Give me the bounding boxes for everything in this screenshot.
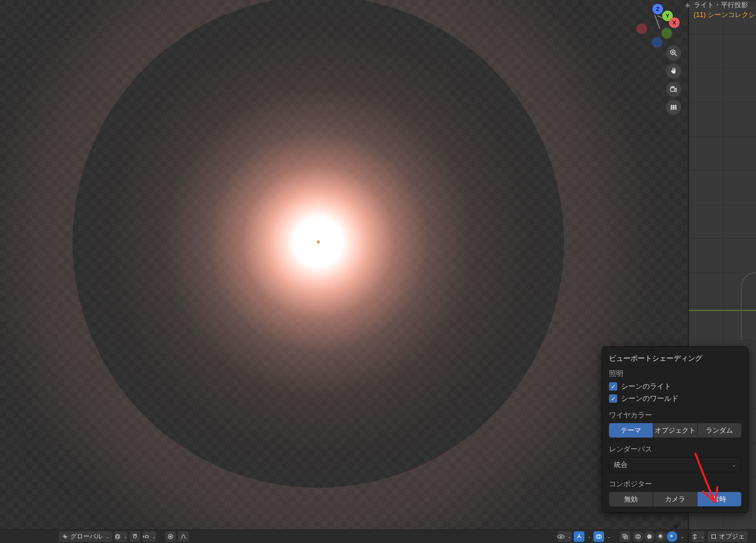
viewport-footer: グローバル ⌄ ⌄ ⌄ ⌄ ⌄ ⌄ — [0, 529, 688, 543]
gizmo-axis-z[interactable]: Z — [652, 4, 663, 14]
svg-rect-4 — [671, 88, 675, 91]
svg-point-10 — [170, 536, 171, 537]
object-silhouette — [741, 272, 756, 340]
material-preview-icon — [658, 534, 664, 540]
orientation-icon — [62, 534, 68, 540]
viewport-3d[interactable] — [0, 0, 688, 529]
pivot-icon — [115, 534, 121, 540]
chevron-down-icon: ⌄ — [568, 534, 572, 539]
camera-icon[interactable] — [666, 82, 681, 97]
svg-rect-21 — [712, 535, 716, 538]
shading-rendered-button[interactable] — [667, 531, 677, 542]
snap-dropdown[interactable]: ⌄ — [143, 531, 156, 542]
svg-point-20 — [670, 534, 674, 539]
svg-point-11 — [560, 536, 562, 537]
sun-glow — [73, 0, 564, 488]
proportional-falloff-dropdown[interactable] — [178, 531, 189, 542]
svg-point-5 — [671, 87, 673, 88]
shading-solid-button[interactable] — [644, 531, 655, 542]
proportional-icon — [167, 534, 174, 540]
grid-icon[interactable] — [666, 100, 681, 115]
chevron-down-icon[interactable]: ⌄ — [680, 534, 684, 539]
mode-dropdown[interactable]: オブジェ — [708, 531, 748, 542]
viewport-nav-buttons — [666, 45, 683, 118]
gizmo-axis-neg-x[interactable] — [637, 23, 647, 34]
svg-point-18 — [647, 534, 652, 539]
magnet-icon — [132, 534, 138, 540]
lighting-section-label: 照明 — [609, 369, 741, 379]
secondary-viewport-footer: ⌄ オブジェ — [688, 529, 756, 543]
svg-point-7 — [116, 535, 119, 538]
compositor-label: コンポジター — [609, 479, 741, 489]
compositor-disabled-button[interactable]: 無効 — [609, 492, 653, 506]
chevron-down-icon[interactable]: ⌄ — [607, 534, 611, 539]
xray-icon — [622, 534, 628, 540]
svg-point-19 — [658, 534, 663, 539]
checkbox-checked-icon: ✓ — [609, 382, 617, 391]
wireframe-icon — [635, 534, 641, 540]
pivot-icon — [692, 534, 698, 540]
render-pass-value: 統合 — [614, 460, 627, 469]
proportional-edit-toggle[interactable] — [165, 531, 176, 542]
pivot-dropdown[interactable]: ⌄ — [115, 531, 127, 542]
compositor-camera-button[interactable]: カメラ — [653, 492, 697, 506]
visibility-dropdown[interactable]: ⌄ — [557, 531, 572, 542]
wire-theme-button[interactable]: テーマ — [609, 423, 653, 438]
chevron-down-icon: ⌄ — [105, 534, 109, 539]
gizmo-axis-x[interactable]: X — [669, 17, 680, 28]
scene-lights-checkbox[interactable]: ✓ シーンのライト — [609, 382, 741, 391]
chevron-down-icon: ⌄ — [152, 534, 156, 539]
rendered-icon — [669, 534, 675, 540]
orientation-gizmo[interactable]: Z Y X — [635, 4, 680, 49]
overlay-prefix: (11) — [694, 11, 708, 19]
gizmo-icon — [576, 534, 582, 540]
chevron-down-icon: ⌄ — [701, 534, 705, 539]
hand-icon[interactable] — [666, 64, 681, 79]
chevron-down-icon: ⌄ — [732, 462, 736, 468]
svg-line-1 — [675, 54, 677, 56]
shading-mode-group — [633, 531, 677, 542]
popover-tail-icon — [672, 525, 680, 529]
chevron-down-icon: ⌄ — [124, 534, 127, 539]
checkbox-checked-icon: ✓ — [609, 394, 617, 403]
gizmo-axis-neg-z[interactable] — [652, 37, 662, 48]
wire-color-segmented: テーマ オブジェクト ランダム — [609, 423, 741, 438]
render-pass-select[interactable]: 統合 ⌄ — [609, 457, 741, 472]
xray-toggle[interactable] — [620, 531, 631, 542]
zoom-icon[interactable] — [666, 45, 681, 61]
shading-popover: ビューポートシェーディング 照明 ✓ シーンのライト ✓ シーンのワールド ワイ… — [602, 346, 748, 513]
snap-toggle[interactable] — [130, 531, 140, 542]
gizmo-axis-neg-y[interactable] — [662, 28, 672, 39]
eye-icon — [557, 534, 565, 539]
svg-point-6 — [673, 87, 674, 88]
area-resize-icon[interactable]: ◈ — [685, 1, 690, 9]
popover-title: ビューポートシェーディング — [609, 354, 741, 363]
object-mode-icon — [711, 534, 717, 540]
gizmo-toggle[interactable] — [574, 531, 584, 542]
overlay-line1: ライト・平行投影 — [694, 0, 756, 10]
wire-random-button[interactable]: ランダム — [697, 423, 741, 438]
object-origin-dot — [317, 240, 320, 244]
solid-icon — [646, 534, 652, 540]
shading-wireframe-button[interactable] — [633, 531, 643, 542]
compositor-always-button[interactable]: 常時 — [697, 492, 741, 506]
shading-matprev-button[interactable] — [655, 531, 666, 542]
viewport-overlay-info: ライト・平行投影 (11) シーンコレクショ — [694, 0, 756, 20]
scene-lights-label: シーンのライト — [621, 382, 671, 391]
snap-mode-icon — [143, 534, 149, 539]
compositor-segmented: 無効 カメラ 常時 — [609, 492, 741, 506]
render-pass-label: レンダーパス — [609, 444, 741, 454]
scene-world-checkbox[interactable]: ✓ シーンのワールド — [609, 394, 741, 403]
svg-point-8 — [115, 534, 120, 539]
scene-world-label: シーンのワールド — [621, 394, 679, 403]
pivot-dropdown-2[interactable]: ⌄ — [692, 531, 705, 542]
wire-object-button[interactable]: オブジェクト — [653, 423, 697, 438]
overlay-collection: シーンコレクショ — [708, 11, 756, 19]
falloff-icon — [180, 534, 187, 539]
orientation-dropdown[interactable]: グローバル ⌄ — [59, 531, 112, 542]
overlay-toggle[interactable] — [593, 531, 604, 542]
overlay-icon — [596, 534, 602, 540]
wire-color-label: ワイヤカラー — [609, 410, 741, 420]
chevron-down-icon[interactable]: ⌄ — [587, 534, 591, 539]
